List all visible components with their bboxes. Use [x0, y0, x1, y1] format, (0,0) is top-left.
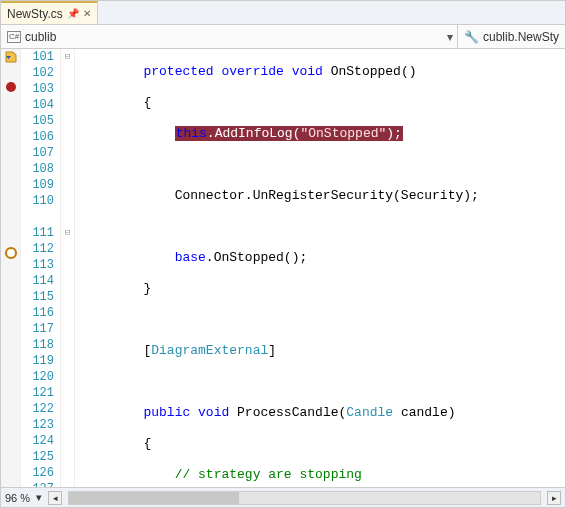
close-icon[interactable]: ✕ — [83, 8, 91, 19]
file-tab[interactable]: NewSty.cs 📌 ✕ — [1, 1, 98, 24]
line-number: 104 — [21, 97, 54, 113]
current-line-icon[interactable] — [5, 247, 17, 259]
chevron-down-icon[interactable]: ▾ — [36, 491, 42, 504]
line-number: 119 — [21, 353, 54, 369]
line-number: 101 — [21, 49, 54, 65]
line-number: 120 — [21, 369, 54, 385]
line-number: 114 — [21, 273, 54, 289]
line-number: 123 — [21, 417, 54, 433]
line-number: 108 — [21, 161, 54, 177]
glyph-margin — [1, 49, 21, 487]
scroll-left-button[interactable]: ◂ — [48, 491, 62, 505]
namespace-dropdown[interactable]: C# cublib — [1, 25, 62, 48]
wrench-icon: 🔧 — [464, 30, 479, 44]
bookmark-icon[interactable] — [5, 51, 17, 63]
line-number: 124 — [21, 433, 54, 449]
tab-filename: NewSty.cs — [7, 7, 63, 21]
line-number: 117 — [21, 321, 54, 337]
namespace-dropdown-arrow[interactable]: ▾ — [62, 30, 457, 44]
line-number: 111 — [21, 225, 54, 241]
line-number: 109 — [21, 177, 54, 193]
line-number: 116 — [21, 305, 54, 321]
fold-toggle[interactable]: ⊟ — [61, 49, 74, 65]
pin-icon[interactable]: 📌 — [67, 8, 79, 19]
line-number: 106 — [21, 129, 54, 145]
csharp-icon: C# — [7, 31, 21, 43]
nav-dropdown-bar: C# cublib ▾ 🔧 cublib.NewSty — [1, 25, 565, 49]
breakpoint-icon[interactable] — [6, 82, 16, 92]
fold-margin: ⊟ ⊟ — [61, 49, 75, 487]
line-number: 115 — [21, 289, 54, 305]
highlighted-statement: this.AddInfoLog("OnStopped"); — [175, 126, 403, 141]
scrollbar-thumb[interactable] — [69, 492, 239, 504]
fold-toggle[interactable]: ⊟ — [61, 225, 74, 241]
status-bar: 96 % ▾ ◂ ▸ — [1, 487, 565, 507]
line-number: 103 — [21, 81, 54, 97]
line-number: 112 — [21, 241, 54, 257]
line-number: 125 — [21, 449, 54, 465]
line-number: 107 — [21, 145, 54, 161]
line-number: 126 — [21, 465, 54, 481]
zoom-level[interactable]: 96 % — [5, 492, 30, 504]
class-label: cublib.NewSty — [483, 30, 559, 44]
line-number: 105 — [21, 113, 54, 129]
namespace-label: cublib — [25, 30, 56, 44]
code-content[interactable]: protected override void OnStopped() { th… — [75, 49, 565, 487]
chevron-down-icon: ▾ — [447, 30, 453, 44]
code-editor[interactable]: 101 102 103 104 105 106 107 108 109 110 … — [1, 49, 565, 487]
line-number: 121 — [21, 385, 54, 401]
line-number: 118 — [21, 337, 54, 353]
line-number: 102 — [21, 65, 54, 81]
line-number: 110 — [21, 193, 54, 209]
class-dropdown[interactable]: 🔧 cublib.NewSty — [457, 25, 565, 48]
line-number: 113 — [21, 257, 54, 273]
line-number: 122 — [21, 401, 54, 417]
tab-bar: NewSty.cs 📌 ✕ — [1, 1, 565, 25]
scroll-right-button[interactable]: ▸ — [547, 491, 561, 505]
horizontal-scrollbar[interactable] — [68, 491, 541, 505]
line-number-gutter: 101 102 103 104 105 106 107 108 109 110 … — [21, 49, 61, 487]
